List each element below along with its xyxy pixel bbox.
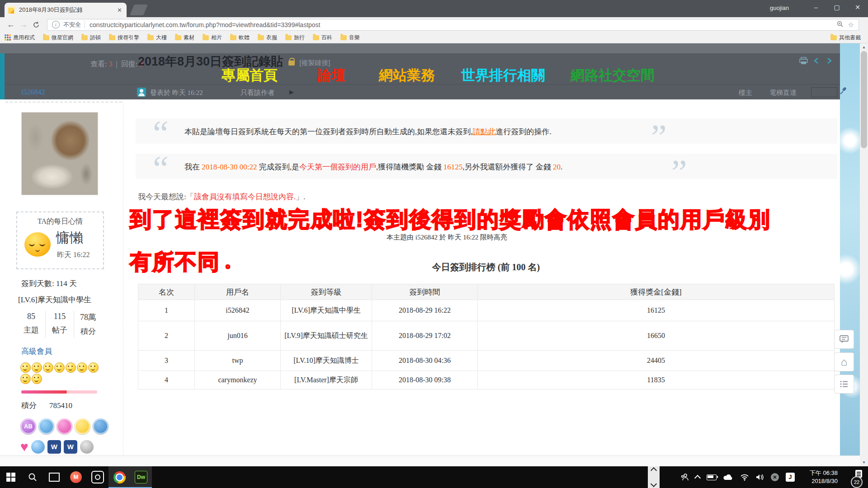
bookmark-item[interactable]: 相片	[203, 34, 222, 42]
view-author-link[interactable]: 只看該作者	[241, 89, 274, 97]
author-username-link[interactable]: i526842	[21, 88, 45, 96]
jump-wrench-icon[interactable]	[839, 87, 846, 97]
taskbar-toolbar-scroll[interactable]	[648, 466, 660, 488]
browser-tab[interactable]: 2018年8月30日簽到記錄 ✕	[5, 3, 127, 17]
user-avatar[interactable]	[21, 112, 98, 195]
smiley-icon	[32, 362, 42, 373]
apps-grid-icon	[5, 34, 11, 41]
action-center-button[interactable]: 22	[850, 466, 868, 488]
taskbar-search-button[interactable]	[22, 466, 43, 488]
bookmark-item[interactable]: 軟體	[230, 34, 250, 42]
stat-credits[interactable]: 78萬積分	[74, 311, 102, 338]
score-value: 785410	[49, 401, 72, 410]
new-tab-button[interactable]	[130, 5, 148, 15]
reload-button-icon[interactable]	[30, 19, 42, 31]
other-bookmarks[interactable]: 其他書籤	[830, 34, 861, 42]
info-icon[interactable]: i	[52, 21, 60, 28]
folder-icon	[81, 35, 88, 40]
bookmark-item[interactable]: 大樓	[147, 34, 167, 42]
nav-forum-link[interactable]: 論壇	[317, 66, 345, 85]
chrome-app-button[interactable]	[108, 466, 130, 488]
scroll-up-icon[interactable]	[651, 467, 657, 474]
back-to-top-float-button[interactable]: ⌂	[834, 352, 854, 371]
prev-thread-icon[interactable]	[812, 57, 821, 65]
user-level: [LV.6]摩天知識中學生	[18, 295, 91, 305]
back-button-icon[interactable]: ←	[5, 19, 17, 31]
address-bar[interactable]: i 不安全 constructcityparticularlynet.com.t…	[47, 19, 859, 31]
task-view-button[interactable]	[43, 466, 65, 488]
wifi-icon[interactable]	[740, 474, 749, 481]
taskbar-clock[interactable]: 下午 06:38 2018/8/30	[810, 469, 838, 485]
screen: 2018年8月30日簽到記錄 ✕ guojian – ▢ ✕ ← → i 不安全…	[0, 0, 868, 488]
print-icon[interactable]	[799, 57, 808, 65]
comments-float-button[interactable]	[834, 330, 854, 349]
medal-row-clipped: ♥ W W	[20, 440, 94, 456]
scroll-down-arrow[interactable]: ▼	[860, 459, 868, 466]
rank-table-title: 今日簽到排行榜 (前 100 名)	[138, 261, 834, 273]
system-tray: ✕ J 下午 06:38 2018/8/30 22	[680, 466, 868, 488]
browser-profile-name[interactable]: guojian	[770, 5, 789, 11]
bookmark-item[interactable]: 旅行	[285, 34, 305, 42]
start-button[interactable]	[0, 466, 22, 488]
ime-indicator-icon[interactable]: J	[786, 473, 795, 482]
folder-icon	[175, 35, 181, 40]
sign-in-link[interactable]: 請點此	[473, 127, 496, 136]
camera-app-button[interactable]	[87, 466, 108, 488]
scroll-up-arrow[interactable]: ▲	[860, 43, 868, 51]
bookmark-star-icon[interactable]: ☆	[848, 21, 854, 29]
scrollbar-thumb[interactable]	[861, 51, 867, 148]
elevator-input[interactable]	[811, 87, 837, 97]
bookmark-item[interactable]: 素材	[175, 34, 194, 42]
user-group-link[interactable]: 高級會員	[21, 346, 52, 357]
people-tray-icon[interactable]	[680, 473, 689, 481]
post-meta-row: i526842 發表於 昨天 16:22 只看該作者 ▶ 樓主 電梯直達	[5, 84, 840, 100]
bookmark-apps[interactable]: 應用程式	[5, 34, 35, 42]
onedrive-cloud-icon[interactable]	[723, 474, 733, 480]
medal-row: AB	[20, 418, 111, 434]
zoom-icon[interactable]	[837, 21, 844, 29]
vertical-scrollbar[interactable]: ▲ ▼	[860, 43, 868, 466]
medal-icon	[38, 418, 54, 434]
forward-button-icon[interactable]: →	[17, 19, 30, 31]
mail-app-button[interactable]: M	[65, 466, 87, 488]
next-thread-icon[interactable]	[825, 57, 833, 65]
bookmark-item[interactable]: 搜尋引擎	[109, 34, 139, 42]
bookmark-item[interactable]: 音樂	[340, 34, 360, 42]
bookmark-item[interactable]: 諮頓	[81, 34, 101, 42]
window-close-button[interactable]: ✕	[847, 0, 868, 14]
divider	[85, 21, 85, 28]
folder-icon	[830, 35, 837, 40]
scroll-down-icon[interactable]	[651, 481, 657, 487]
smiley-icon	[66, 362, 76, 373]
experience-progress-bar	[21, 390, 97, 394]
bookmark-item[interactable]: 衣服	[258, 34, 277, 42]
horizontal-scroll-strip[interactable]	[0, 455, 860, 466]
stat-posts[interactable]: 115帖子	[46, 311, 74, 338]
nav-ranking-link[interactable]: 世界排行相關	[461, 66, 545, 85]
security-label: 不安全	[63, 21, 81, 29]
lock-icon	[288, 61, 295, 66]
disabled-status-icon[interactable]: ✕	[771, 473, 779, 481]
hidden-icons-chevron[interactable]	[694, 474, 701, 481]
bookmarks-bar: 應用程式 微星官網 諮頓 搜尋引擎 大樓 素材 相片 軟體 衣服 旅行 百科 音…	[0, 32, 868, 43]
folder-icon	[313, 35, 319, 40]
tab-close-icon[interactable]: ✕	[116, 7, 123, 14]
bookmark-item[interactable]: 百科	[313, 34, 332, 42]
close-quote-icon: ”	[671, 156, 687, 188]
thread-list-float-button[interactable]	[834, 375, 854, 394]
bookmark-item[interactable]: 微星官網	[43, 34, 73, 42]
window-minimize-button[interactable]: –	[806, 0, 826, 14]
nav-home-link[interactable]: 專屬首頁	[222, 66, 278, 85]
dreamweaver-app-button[interactable]: Dw	[130, 466, 152, 488]
daily-mood-box: TA的每日心情 慵懶 昨天 16:22	[16, 211, 104, 269]
annotation-line1: 到了這裡簽到就完成啦!簽到後得到的獎勵會依照會員的用戶級別	[130, 205, 771, 234]
task-view-icon	[49, 473, 60, 482]
volume-icon[interactable]	[756, 474, 764, 481]
expand-arrow-icon[interactable]: ▶	[289, 89, 294, 96]
nav-social-link[interactable]: 網路社交空間	[571, 66, 655, 85]
battery-icon[interactable]	[707, 474, 717, 480]
nav-business-link[interactable]: 網站業務	[379, 66, 435, 85]
stat-threads[interactable]: 85主題	[17, 311, 46, 338]
window-maximize-button[interactable]: ▢	[826, 0, 847, 14]
folder-icon	[230, 35, 236, 40]
